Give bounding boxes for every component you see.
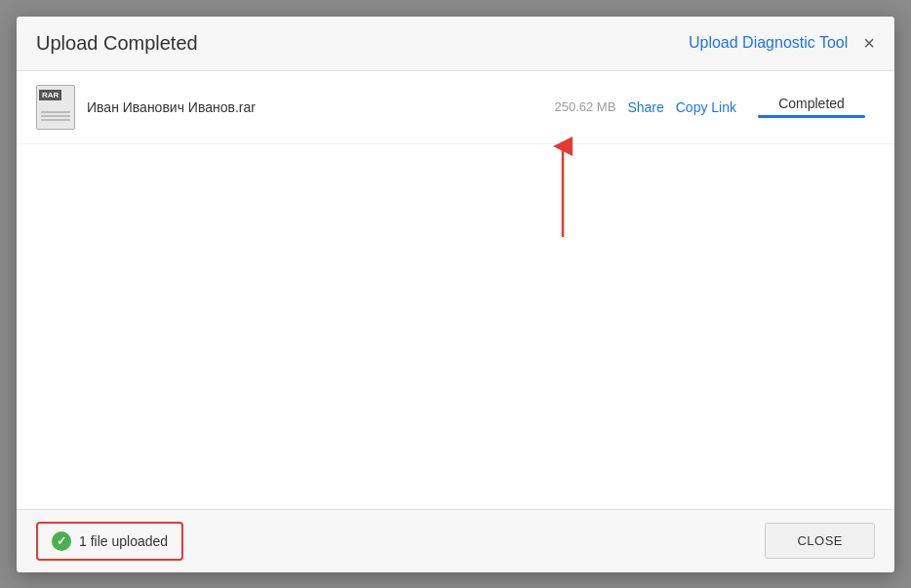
file-type-icon: RAR [36, 85, 75, 130]
file-status: Completed [748, 96, 875, 118]
upload-dialog: Upload Completed Upload Diagnostic Tool … [17, 17, 894, 572]
red-arrow-annotation [534, 135, 592, 242]
file-size: 250.62 MB [555, 99, 616, 114]
progress-bar-track [758, 115, 865, 118]
header-right: Upload Diagnostic Tool × [689, 33, 875, 53]
share-link[interactable]: Share [627, 99, 663, 115]
close-button[interactable]: CLOSE [765, 523, 875, 559]
close-dialog-button[interactable]: × [863, 33, 875, 53]
file-row: RAR Иван Иванович Иванов.rar 250.62 MB S… [17, 71, 894, 144]
rar-line-3 [41, 119, 70, 121]
status-text: Completed [778, 96, 845, 111]
copy-link-button[interactable]: Copy Link [676, 99, 736, 115]
file-icon-lines [41, 111, 70, 123]
success-check-icon: ✓ [52, 531, 71, 551]
content-area: RAR Иван Иванович Иванов.rar 250.62 MB S… [17, 71, 894, 509]
dialog-footer: ✓ 1 file uploaded CLOSE [17, 509, 894, 572]
dialog-title: Upload Completed [36, 32, 198, 55]
file-name: Иван Иванович Иванов.rar [87, 99, 549, 115]
files-uploaded-text: 1 file uploaded [79, 533, 168, 549]
progress-bar-fill [758, 115, 865, 118]
rar-line-1 [41, 111, 70, 113]
files-uploaded-badge: ✓ 1 file uploaded [36, 522, 183, 561]
rar-label-text: RAR [39, 90, 61, 100]
diagnostic-tool-link[interactable]: Upload Diagnostic Tool [689, 34, 848, 52]
file-actions: Share Copy Link [627, 99, 736, 115]
rar-line-2 [41, 115, 70, 117]
dialog-header: Upload Completed Upload Diagnostic Tool … [17, 17, 894, 71]
file-info: Иван Иванович Иванов.rar 250.62 MB [87, 99, 615, 115]
